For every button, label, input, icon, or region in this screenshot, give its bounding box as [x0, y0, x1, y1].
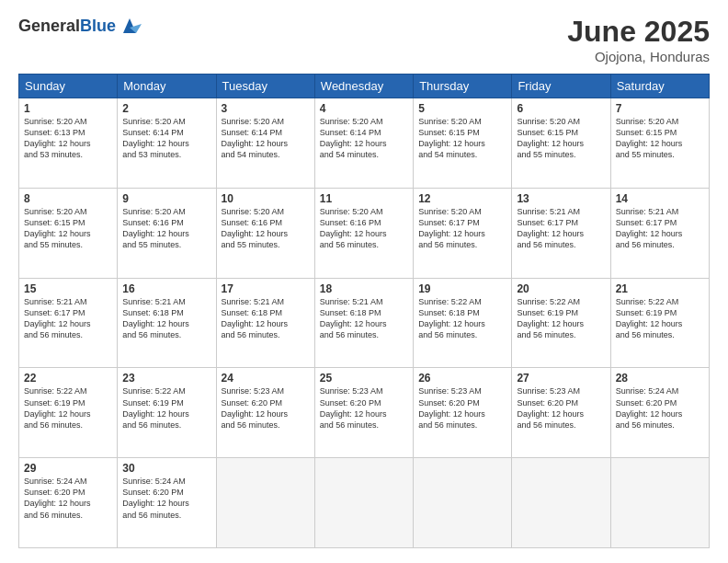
calendar-cell: [512, 458, 610, 548]
weekday-header-row: Sunday Monday Tuesday Wednesday Thursday…: [19, 75, 710, 98]
calendar-cell: 1Sunrise: 5:20 AM Sunset: 6:13 PM Daylig…: [19, 98, 118, 189]
day-number: 16: [122, 282, 210, 295]
calendar-cell: 21Sunrise: 5:22 AM Sunset: 6:19 PM Dayli…: [610, 278, 709, 368]
day-info: Sunrise: 5:20 AM Sunset: 6:14 PM Dayligh…: [320, 116, 408, 161]
logo: GeneralBlue: [18, 15, 142, 39]
calendar-cell: [314, 458, 413, 548]
weekday-friday: Friday: [512, 75, 610, 98]
day-number: 6: [517, 102, 605, 115]
calendar-cell: [610, 458, 709, 548]
day-info: Sunrise: 5:20 AM Sunset: 6:17 PM Dayligh…: [418, 206, 506, 251]
day-number: 14: [616, 192, 704, 205]
day-info: Sunrise: 5:23 AM Sunset: 6:20 PM Dayligh…: [320, 385, 408, 431]
day-number: 1: [24, 102, 112, 115]
calendar-table: Sunday Monday Tuesday Wednesday Thursday…: [18, 74, 710, 548]
weekday-wednesday: Wednesday: [314, 75, 413, 98]
day-info: Sunrise: 5:22 AM Sunset: 6:18 PM Dayligh…: [418, 296, 506, 341]
day-number: 26: [418, 372, 506, 385]
page: GeneralBlue June 2025 Ojojona, Honduras …: [0, 0, 728, 563]
day-info: Sunrise: 5:20 AM Sunset: 6:14 PM Dayligh…: [222, 116, 310, 161]
calendar-cell: 3Sunrise: 5:20 AM Sunset: 6:14 PM Daylig…: [216, 98, 314, 189]
day-info: Sunrise: 5:20 AM Sunset: 6:15 PM Dayligh…: [616, 116, 704, 161]
weekday-monday: Monday: [118, 75, 216, 98]
day-number: 9: [122, 192, 210, 205]
header: GeneralBlue June 2025 Ojojona, Honduras: [18, 15, 710, 64]
week-row-2: 8Sunrise: 5:20 AM Sunset: 6:15 PM Daylig…: [19, 188, 710, 278]
day-info: Sunrise: 5:21 AM Sunset: 6:17 PM Dayligh…: [517, 206, 605, 251]
day-number: 18: [320, 282, 408, 295]
weekday-thursday: Thursday: [414, 75, 512, 98]
calendar-cell: 28Sunrise: 5:24 AM Sunset: 6:20 PM Dayli…: [610, 368, 709, 458]
calendar-cell: 26Sunrise: 5:23 AM Sunset: 6:20 PM Dayli…: [414, 368, 512, 458]
day-info: Sunrise: 5:24 AM Sunset: 6:20 PM Dayligh…: [24, 476, 112, 521]
calendar-cell: 23Sunrise: 5:22 AM Sunset: 6:19 PM Dayli…: [118, 368, 216, 458]
day-info: Sunrise: 5:20 AM Sunset: 6:15 PM Dayligh…: [418, 116, 506, 161]
day-number: 25: [320, 372, 408, 385]
calendar-cell: [216, 458, 314, 548]
day-number: 11: [320, 192, 408, 205]
calendar-cell: 12Sunrise: 5:20 AM Sunset: 6:17 PM Dayli…: [414, 188, 512, 278]
day-number: 17: [222, 282, 310, 295]
day-info: Sunrise: 5:21 AM Sunset: 6:18 PM Dayligh…: [222, 296, 310, 341]
calendar-cell: 6Sunrise: 5:20 AM Sunset: 6:15 PM Daylig…: [512, 98, 610, 189]
calendar-cell: 7Sunrise: 5:20 AM Sunset: 6:15 PM Daylig…: [610, 98, 709, 189]
weekday-sunday: Sunday: [19, 75, 118, 98]
day-number: 24: [222, 372, 310, 385]
calendar-cell: 5Sunrise: 5:20 AM Sunset: 6:15 PM Daylig…: [414, 98, 512, 189]
day-number: 10: [222, 192, 310, 205]
calendar-cell: 20Sunrise: 5:22 AM Sunset: 6:19 PM Dayli…: [512, 278, 610, 368]
week-row-5: 29Sunrise: 5:24 AM Sunset: 6:20 PM Dayli…: [19, 458, 710, 548]
day-info: Sunrise: 5:22 AM Sunset: 6:19 PM Dayligh…: [122, 385, 210, 431]
calendar-cell: 11Sunrise: 5:20 AM Sunset: 6:16 PM Dayli…: [314, 188, 413, 278]
day-number: 23: [122, 372, 210, 385]
day-number: 21: [616, 282, 704, 295]
title-block: June 2025 Ojojona, Honduras: [567, 15, 710, 64]
logo-text: GeneralBlue: [18, 17, 116, 36]
calendar-cell: 17Sunrise: 5:21 AM Sunset: 6:18 PM Dayli…: [216, 278, 314, 368]
calendar-cell: 25Sunrise: 5:23 AM Sunset: 6:20 PM Dayli…: [314, 368, 413, 458]
day-number: 22: [24, 372, 112, 385]
day-info: Sunrise: 5:20 AM Sunset: 6:13 PM Dayligh…: [24, 116, 112, 161]
day-info: Sunrise: 5:23 AM Sunset: 6:20 PM Dayligh…: [418, 385, 506, 431]
day-info: Sunrise: 5:20 AM Sunset: 6:15 PM Dayligh…: [24, 206, 112, 251]
calendar-location: Ojojona, Honduras: [567, 49, 710, 64]
day-info: Sunrise: 5:21 AM Sunset: 6:17 PM Dayligh…: [24, 296, 112, 341]
calendar-cell: 30Sunrise: 5:24 AM Sunset: 6:20 PM Dayli…: [118, 458, 216, 548]
day-info: Sunrise: 5:23 AM Sunset: 6:20 PM Dayligh…: [222, 385, 310, 431]
day-number: 29: [24, 462, 112, 475]
day-number: 5: [418, 102, 506, 115]
calendar-cell: 24Sunrise: 5:23 AM Sunset: 6:20 PM Dayli…: [216, 368, 314, 458]
day-info: Sunrise: 5:22 AM Sunset: 6:19 PM Dayligh…: [24, 385, 112, 431]
day-info: Sunrise: 5:20 AM Sunset: 6:14 PM Dayligh…: [122, 116, 210, 161]
day-number: 28: [616, 372, 704, 385]
day-info: Sunrise: 5:22 AM Sunset: 6:19 PM Dayligh…: [616, 296, 704, 341]
day-number: 8: [24, 192, 112, 205]
day-number: 20: [517, 282, 605, 295]
calendar-cell: 29Sunrise: 5:24 AM Sunset: 6:20 PM Dayli…: [19, 458, 118, 548]
day-info: Sunrise: 5:21 AM Sunset: 6:18 PM Dayligh…: [122, 296, 210, 341]
weekday-tuesday: Tuesday: [216, 75, 314, 98]
calendar-cell: 14Sunrise: 5:21 AM Sunset: 6:17 PM Dayli…: [610, 188, 709, 278]
day-number: 30: [122, 462, 210, 475]
calendar-cell: 19Sunrise: 5:22 AM Sunset: 6:18 PM Dayli…: [414, 278, 512, 368]
day-number: 27: [517, 372, 605, 385]
calendar-cell: 8Sunrise: 5:20 AM Sunset: 6:15 PM Daylig…: [19, 188, 118, 278]
day-number: 7: [616, 102, 704, 115]
day-info: Sunrise: 5:22 AM Sunset: 6:19 PM Dayligh…: [517, 296, 605, 341]
day-info: Sunrise: 5:24 AM Sunset: 6:20 PM Dayligh…: [616, 385, 704, 431]
day-number: 12: [418, 192, 506, 205]
day-info: Sunrise: 5:21 AM Sunset: 6:17 PM Dayligh…: [616, 206, 704, 251]
calendar-cell: 13Sunrise: 5:21 AM Sunset: 6:17 PM Dayli…: [512, 188, 610, 278]
calendar-cell: 2Sunrise: 5:20 AM Sunset: 6:14 PM Daylig…: [118, 98, 216, 189]
calendar-cell: 15Sunrise: 5:21 AM Sunset: 6:17 PM Dayli…: [19, 278, 118, 368]
calendar-cell: 18Sunrise: 5:21 AM Sunset: 6:18 PM Dayli…: [314, 278, 413, 368]
weekday-saturday: Saturday: [610, 75, 709, 98]
day-number: 15: [24, 282, 112, 295]
day-info: Sunrise: 5:23 AM Sunset: 6:20 PM Dayligh…: [517, 385, 605, 431]
logo-icon: [118, 15, 142, 39]
day-info: Sunrise: 5:20 AM Sunset: 6:16 PM Dayligh…: [122, 206, 210, 251]
day-info: Sunrise: 5:20 AM Sunset: 6:15 PM Dayligh…: [517, 116, 605, 161]
day-number: 19: [418, 282, 506, 295]
day-number: 3: [222, 102, 310, 115]
week-row-4: 22Sunrise: 5:22 AM Sunset: 6:19 PM Dayli…: [19, 368, 710, 458]
